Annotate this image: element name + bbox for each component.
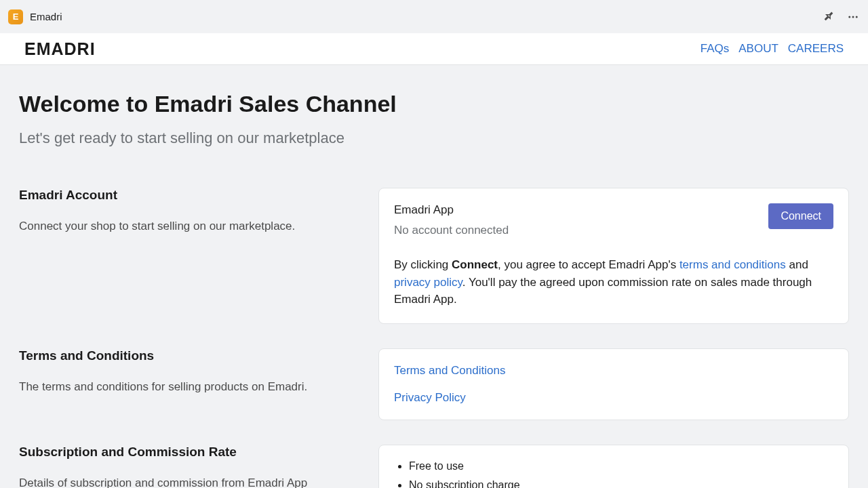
account-section: Emadri Account Connect your shop to star… [19,188,849,324]
subscription-section-desc: Details of subscription and commission f… [19,474,351,489]
bullet-no-subscription: No subscription charge [409,479,833,489]
subscription-section-title: Subscription and Commission Rate [19,445,351,460]
account-card-header: Emadri App No account connected Connect [394,203,833,237]
subscription-bullets: Free to use No subscription charge [394,460,833,489]
subscription-card: Free to use No subscription charge [378,445,849,489]
disclaimer-mid1: , you agree to accept Emadri App's [498,258,679,271]
account-disclaimer: By clicking Connect, you agree to accept… [394,256,833,308]
terms-section-left: Terms and Conditions The terms and condi… [19,348,351,420]
titlebar-left: E Emadri [8,9,62,24]
nav-about[interactable]: ABOUT [738,42,778,56]
connect-button[interactable]: Connect [768,203,833,229]
titlebar-right [822,10,860,24]
bullet-free: Free to use [409,460,833,472]
nav-careers[interactable]: CAREERS [788,42,844,56]
terms-link[interactable]: terms and conditions [679,258,786,271]
account-card: Emadri App No account connected Connect … [378,188,849,324]
logo: EMADRI [24,39,96,59]
account-card-info: Emadri App No account connected [394,203,509,237]
nav-faqs[interactable]: FAQs [701,42,730,56]
account-app-title: Emadri App [394,203,509,217]
account-section-desc: Connect your shop to start selling on ou… [19,218,351,235]
nav: FAQs ABOUT CAREERS [701,42,844,56]
titlebar-title: Emadri [30,11,62,22]
page-subtitle: Let's get ready to start selling on our … [19,129,849,147]
titlebar: E Emadri [0,0,868,33]
terms-links: Terms and Conditions Privacy Policy [394,364,833,405]
terms-section-title: Terms and Conditions [19,348,351,363]
page-title: Welcome to Emadri Sales Channel [19,91,849,117]
header: EMADRI FAQs ABOUT CAREERS [0,33,868,65]
app-icon-letter: E [13,12,19,22]
terms-section-desc: The terms and conditions for selling pro… [19,378,351,396]
more-icon[interactable] [846,10,860,24]
account-status: No account connected [394,224,509,237]
svg-point-1 [852,16,854,18]
svg-point-0 [848,16,850,18]
privacy-policy-link[interactable]: Privacy Policy [394,391,833,405]
disclaimer-mid2: and [786,258,808,271]
subscription-section-left: Subscription and Commission Rate Details… [19,445,351,489]
svg-point-2 [856,16,858,18]
terms-card: Terms and Conditions Privacy Policy [378,348,849,420]
disclaimer-bold: Connect [452,258,498,271]
subscription-section: Subscription and Commission Rate Details… [19,445,849,489]
account-section-left: Emadri Account Connect your shop to star… [19,188,351,324]
account-section-title: Emadri Account [19,188,351,203]
terms-conditions-link[interactable]: Terms and Conditions [394,364,833,378]
app-icon: E [8,9,23,24]
content: Welcome to Emadri Sales Channel Let's ge… [0,65,868,488]
disclaimer-prefix: By clicking [394,258,452,271]
terms-section: Terms and Conditions The terms and condi… [19,348,849,420]
privacy-link[interactable]: privacy policy [394,276,462,289]
pin-icon[interactable] [822,10,835,24]
